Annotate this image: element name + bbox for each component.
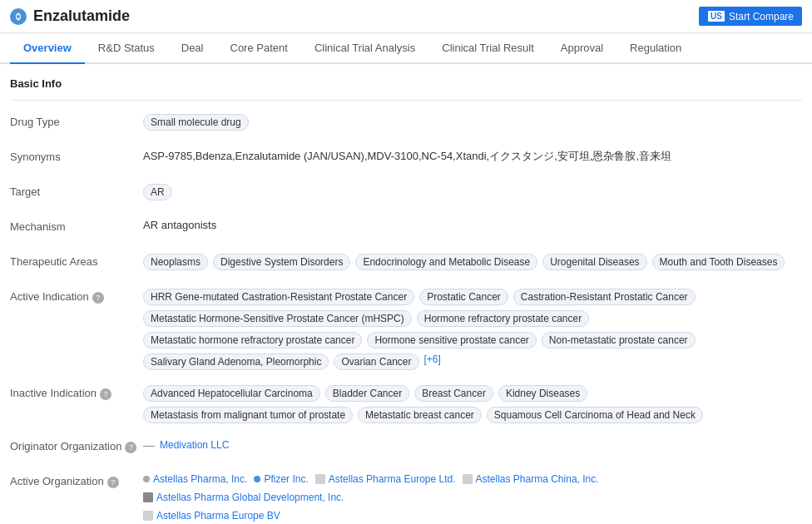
ai-plus-tag[interactable]: [+6] bbox=[424, 353, 441, 365]
mechanism-label: Mechanism bbox=[10, 219, 143, 233]
originator-org-label: Originator Organization ? bbox=[10, 438, 143, 453]
ii-tag-3[interactable]: Kidney Diseases bbox=[498, 385, 587, 402]
ii-tag-6[interactable]: Squamous Cell Carcinoma of Head and Neck bbox=[487, 407, 703, 423]
ai-tag-3[interactable]: Metastatic Hormone-Sensitive Prostate Ca… bbox=[143, 310, 412, 327]
start-compare-button[interactable]: US Start Compare bbox=[699, 7, 802, 26]
tab-clinical-trial-result[interactable]: Clinical Trial Result bbox=[428, 33, 547, 64]
synonyms-value: ASP-9785,Bdenza,Enzalutamide (JAN/USAN),… bbox=[143, 149, 802, 164]
org-name-1[interactable]: Pfizer Inc. bbox=[264, 473, 308, 485]
header: Enzalutamide US Start Compare bbox=[0, 0, 812, 33]
org-file-icon-3 bbox=[463, 474, 473, 484]
ta-tag-3[interactable]: Urogenital Diseases bbox=[542, 254, 646, 270]
ai-tag-1[interactable]: Prostatic Cancer bbox=[419, 289, 508, 305]
org-name-2[interactable]: Astellas Pharma Europe Ltd. bbox=[329, 473, 456, 485]
target-tag: AR bbox=[143, 184, 172, 200]
ta-tag-2[interactable]: Endocrinology and Metabolic Disease bbox=[355, 254, 537, 270]
page-title: Enzalutamide bbox=[33, 7, 130, 25]
ai-tag-0[interactable]: HRR Gene-mutated Castration-Resistant Pr… bbox=[143, 289, 414, 305]
org-name-3[interactable]: Astellas Pharma China, Inc. bbox=[476, 473, 599, 485]
active-org-5: Astellas Pharma Europe BV bbox=[143, 510, 802, 522]
mechanism-value: AR antagonists bbox=[143, 219, 802, 231]
target-label: Target bbox=[10, 184, 143, 198]
synonyms-row: Synonyms ASP-9785,Bdenza,Enzalutamide (J… bbox=[10, 149, 802, 169]
ii-tag-5[interactable]: Metastatic breast cancer bbox=[358, 407, 482, 423]
drug-icon bbox=[10, 8, 27, 25]
synonyms-text: ASP-9785,Bdenza,Enzalutamide (JAN/USAN),… bbox=[143, 149, 671, 164]
target-value: AR bbox=[143, 184, 802, 200]
content-area: Basic Info Drug Type Small molecule drug… bbox=[0, 64, 812, 524]
ta-tag-1[interactable]: Digestive System Disorders bbox=[213, 254, 350, 270]
inactive-indication-value: Advanced Hepatocellular Carcinoma Bladde… bbox=[143, 385, 802, 423]
active-indication-row: Active Indication ? HRR Gene-mutated Cas… bbox=[10, 289, 802, 370]
active-org-row: Active Organization ? Astellas Pharma, I… bbox=[10, 473, 802, 524]
synonyms-label: Synonyms bbox=[10, 149, 143, 163]
org-file-icon-4 bbox=[143, 492, 153, 502]
org-file-icon-5 bbox=[143, 511, 153, 521]
originator-org-row: Originator Organization ? — Medivation L… bbox=[10, 438, 802, 458]
therapeutic-areas-label: Therapeutic Areas bbox=[10, 254, 143, 268]
ii-tag-2[interactable]: Breast Cancer bbox=[414, 385, 493, 402]
inactive-indication-label: Inactive Indication ? bbox=[10, 385, 143, 400]
originator-name[interactable]: Medivation LLC bbox=[160, 439, 229, 451]
tab-overview[interactable]: Overview bbox=[10, 33, 85, 64]
org-file-icon-2 bbox=[315, 474, 325, 484]
drug-type-value: Small molecule drug bbox=[143, 114, 802, 131]
tab-clinical-trial-analysis[interactable]: Clinical Trial Analysis bbox=[301, 33, 428, 64]
tab-approval[interactable]: Approval bbox=[547, 33, 616, 64]
org-dot-icon-0 bbox=[143, 476, 150, 482]
active-org-label: Active Organization ? bbox=[10, 473, 143, 488]
ai-tag-2[interactable]: Castration-Resistant Prostatic Cancer bbox=[513, 289, 696, 305]
active-indication-help-icon[interactable]: ? bbox=[92, 292, 104, 304]
drug-type-row: Drug Type Small molecule drug bbox=[10, 114, 802, 134]
active-indication-value: HRR Gene-mutated Castration-Resistant Pr… bbox=[143, 289, 802, 370]
target-row: Target AR bbox=[10, 184, 802, 204]
active-org-1: Pfizer Inc. bbox=[254, 473, 308, 485]
tab-rd-status[interactable]: R&D Status bbox=[85, 33, 168, 64]
therapeutic-areas-row: Therapeutic Areas Neoplasms Digestive Sy… bbox=[10, 254, 802, 274]
tab-deal[interactable]: Deal bbox=[168, 33, 217, 64]
active-org-3: Astellas Pharma China, Inc. bbox=[463, 473, 599, 485]
ai-tag-5[interactable]: Metastatic hormone refractory prostate c… bbox=[143, 332, 362, 349]
tabs-container: Overview R&D Status Deal Core Patent Cli… bbox=[0, 33, 812, 64]
drug-type-tag: Small molecule drug bbox=[143, 114, 249, 131]
mechanism-row: Mechanism AR antagonists bbox=[10, 219, 802, 239]
org-name-4[interactable]: Astellas Pharma Global Development, Inc. bbox=[156, 492, 344, 503]
active-org-2: Astellas Pharma Europe Ltd. bbox=[315, 473, 456, 485]
divider bbox=[10, 100, 802, 101]
therapeutic-areas-value: Neoplasms Digestive System Disorders End… bbox=[143, 254, 802, 270]
active-org-4: Astellas Pharma Global Development, Inc. bbox=[143, 492, 344, 503]
basic-info-section-title: Basic Info bbox=[10, 77, 802, 90]
active-org-0: Astellas Pharma, Inc. bbox=[143, 473, 247, 485]
mechanism-text: AR antagonists bbox=[143, 219, 216, 231]
originator-org-help-icon[interactable]: ? bbox=[125, 442, 136, 453]
tab-core-patent[interactable]: Core Patent bbox=[217, 33, 301, 64]
ai-tag-6[interactable]: Hormone sensitive prostate cancer bbox=[367, 332, 536, 349]
drug-type-label: Drug Type bbox=[10, 114, 143, 128]
active-indication-label: Active Indication ? bbox=[10, 289, 143, 304]
ta-tag-0[interactable]: Neoplasms bbox=[143, 254, 208, 270]
org-dot-blue-icon-1 bbox=[254, 476, 260, 482]
originator-item: — Medivation LLC bbox=[143, 438, 229, 452]
active-org-help-icon[interactable]: ? bbox=[107, 477, 119, 488]
ta-tag-4[interactable]: Mouth and Tooth Diseases bbox=[652, 254, 785, 270]
svg-point-0 bbox=[17, 15, 20, 18]
ii-tag-0[interactable]: Advanced Hepatocellular Carcinoma bbox=[143, 385, 320, 402]
ai-tag-7[interactable]: Non-metastatic prostate cancer bbox=[542, 332, 696, 349]
originator-dash-icon: — bbox=[143, 438, 155, 452]
ai-tag-9[interactable]: Ovarian Cancer bbox=[334, 353, 418, 370]
org-name-0[interactable]: Astellas Pharma, Inc. bbox=[153, 473, 247, 485]
org-name-5[interactable]: Astellas Pharma Europe BV bbox=[156, 510, 280, 522]
inactive-indication-row: Inactive Indication ? Advanced Hepatocel… bbox=[10, 385, 802, 423]
ii-tag-1[interactable]: Bladder Cancer bbox=[325, 385, 409, 402]
active-org-value: Astellas Pharma, Inc. Pfizer Inc. Astell… bbox=[143, 473, 802, 524]
inactive-indication-help-icon[interactable]: ? bbox=[100, 388, 111, 400]
originator-org-value: — Medivation LLC bbox=[143, 438, 802, 452]
ai-tag-8[interactable]: Salivary Gland Adenoma, Pleomorphic bbox=[143, 353, 329, 370]
us-badge: US bbox=[707, 10, 725, 22]
ii-tag-4[interactable]: Metastasis from malignant tumor of prost… bbox=[143, 407, 353, 423]
ai-tag-4[interactable]: Hormone refractory prostate cancer bbox=[417, 310, 589, 327]
tab-regulation[interactable]: Regulation bbox=[616, 33, 695, 64]
